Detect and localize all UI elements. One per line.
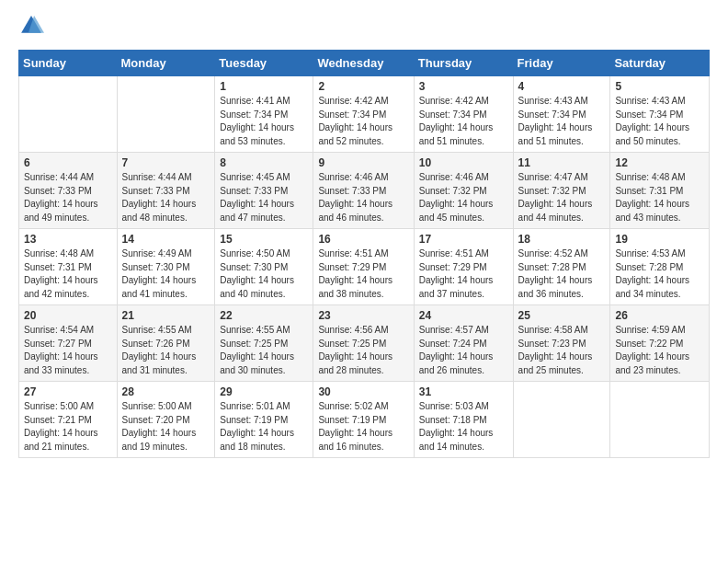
calendar-cell: 1Sunrise: 4:41 AM Sunset: 7:34 PM Daylig… (215, 76, 313, 153)
calendar-week-4: 20Sunrise: 4:54 AM Sunset: 7:27 PM Dayli… (19, 305, 710, 382)
day-number: 20 (24, 309, 112, 322)
calendar-week-5: 27Sunrise: 5:00 AM Sunset: 7:21 PM Dayli… (19, 382, 710, 458)
calendar-cell (610, 382, 710, 458)
calendar-cell: 3Sunrise: 4:42 AM Sunset: 7:34 PM Daylig… (414, 76, 513, 153)
day-info: Sunrise: 4:53 AM Sunset: 7:28 PM Dayligh… (615, 247, 704, 301)
day-info: Sunrise: 5:01 AM Sunset: 7:19 PM Dayligh… (220, 400, 308, 454)
day-number: 4 (518, 80, 606, 93)
weekday-header-friday: Friday (513, 51, 610, 76)
day-number: 24 (419, 309, 508, 322)
day-info: Sunrise: 4:44 AM Sunset: 7:33 PM Dayligh… (122, 171, 210, 224)
calendar-cell: 15Sunrise: 4:50 AM Sunset: 7:30 PM Dayli… (215, 229, 313, 305)
calendar-cell: 12Sunrise: 4:48 AM Sunset: 7:31 PM Dayli… (610, 153, 710, 229)
day-info: Sunrise: 4:49 AM Sunset: 7:30 PM Dayligh… (122, 247, 210, 301)
calendar-cell: 19Sunrise: 4:53 AM Sunset: 7:28 PM Dayli… (610, 229, 710, 305)
weekday-header-row: SundayMondayTuesdayWednesdayThursdayFrid… (19, 51, 710, 76)
day-info: Sunrise: 4:46 AM Sunset: 7:32 PM Dayligh… (419, 171, 508, 224)
calendar-cell: 16Sunrise: 4:51 AM Sunset: 7:29 PM Dayli… (313, 229, 414, 305)
day-number: 15 (220, 233, 308, 246)
calendar-cell (513, 382, 610, 458)
calendar-cell: 11Sunrise: 4:47 AM Sunset: 7:32 PM Dayli… (513, 153, 610, 229)
day-number: 28 (122, 385, 210, 398)
calendar-cell: 4Sunrise: 4:43 AM Sunset: 7:34 PM Daylig… (513, 76, 610, 153)
day-number: 7 (122, 156, 210, 169)
day-info: Sunrise: 4:51 AM Sunset: 7:29 PM Dayligh… (419, 247, 508, 301)
day-number: 16 (318, 233, 408, 246)
day-info: Sunrise: 4:51 AM Sunset: 7:29 PM Dayligh… (318, 247, 408, 301)
day-info: Sunrise: 4:58 AM Sunset: 7:23 PM Dayligh… (518, 324, 606, 377)
calendar-week-2: 6Sunrise: 4:44 AM Sunset: 7:33 PM Daylig… (19, 153, 710, 229)
calendar-cell: 27Sunrise: 5:00 AM Sunset: 7:21 PM Dayli… (19, 382, 118, 458)
calendar-cell: 8Sunrise: 4:45 AM Sunset: 7:33 PM Daylig… (215, 153, 313, 229)
day-number: 19 (615, 233, 704, 246)
logo (18, 15, 48, 40)
day-info: Sunrise: 5:02 AM Sunset: 7:19 PM Dayligh… (318, 400, 408, 454)
calendar-cell: 17Sunrise: 4:51 AM Sunset: 7:29 PM Dayli… (414, 229, 513, 305)
calendar-cell: 6Sunrise: 4:44 AM Sunset: 7:33 PM Daylig… (19, 153, 118, 229)
day-info: Sunrise: 4:48 AM Sunset: 7:31 PM Dayligh… (24, 247, 112, 301)
day-info: Sunrise: 4:56 AM Sunset: 7:25 PM Dayligh… (318, 324, 408, 377)
calendar-cell: 10Sunrise: 4:46 AM Sunset: 7:32 PM Dayli… (414, 153, 513, 229)
day-number: 14 (122, 233, 210, 246)
day-info: Sunrise: 4:43 AM Sunset: 7:34 PM Dayligh… (615, 95, 704, 148)
day-number: 22 (220, 309, 308, 322)
day-number: 12 (615, 156, 704, 169)
day-info: Sunrise: 4:46 AM Sunset: 7:33 PM Dayligh… (318, 171, 408, 224)
calendar-cell: 28Sunrise: 5:00 AM Sunset: 7:20 PM Dayli… (117, 382, 215, 458)
day-info: Sunrise: 4:59 AM Sunset: 7:22 PM Dayligh… (615, 324, 704, 377)
day-number: 21 (122, 309, 210, 322)
calendar-cell: 24Sunrise: 4:57 AM Sunset: 7:24 PM Dayli… (414, 305, 513, 382)
calendar-cell (19, 76, 118, 153)
day-info: Sunrise: 4:42 AM Sunset: 7:34 PM Dayligh… (419, 95, 508, 148)
day-info: Sunrise: 4:57 AM Sunset: 7:24 PM Dayligh… (419, 324, 508, 377)
day-info: Sunrise: 4:44 AM Sunset: 7:33 PM Dayligh… (24, 171, 112, 224)
calendar-cell: 20Sunrise: 4:54 AM Sunset: 7:27 PM Dayli… (19, 305, 118, 382)
day-number: 23 (318, 309, 408, 322)
day-info: Sunrise: 4:43 AM Sunset: 7:34 PM Dayligh… (518, 95, 606, 148)
calendar-cell: 29Sunrise: 5:01 AM Sunset: 7:19 PM Dayli… (215, 382, 313, 458)
day-info: Sunrise: 4:52 AM Sunset: 7:28 PM Dayligh… (518, 247, 606, 301)
calendar-cell: 21Sunrise: 4:55 AM Sunset: 7:26 PM Dayli… (117, 305, 215, 382)
day-number: 8 (220, 156, 308, 169)
day-number: 9 (318, 156, 408, 169)
day-info: Sunrise: 4:55 AM Sunset: 7:25 PM Dayligh… (220, 324, 308, 377)
day-number: 25 (518, 309, 606, 322)
weekday-header-thursday: Thursday (414, 51, 513, 76)
day-info: Sunrise: 4:41 AM Sunset: 7:34 PM Dayligh… (220, 95, 308, 148)
day-number: 11 (518, 156, 606, 169)
calendar-cell: 14Sunrise: 4:49 AM Sunset: 7:30 PM Dayli… (117, 229, 215, 305)
calendar-cell: 2Sunrise: 4:42 AM Sunset: 7:34 PM Daylig… (313, 76, 414, 153)
day-number: 10 (419, 156, 508, 169)
logo-icon (18, 13, 44, 39)
day-info: Sunrise: 4:42 AM Sunset: 7:34 PM Dayligh… (318, 95, 408, 148)
day-info: Sunrise: 5:03 AM Sunset: 7:18 PM Dayligh… (419, 400, 508, 454)
day-info: Sunrise: 4:45 AM Sunset: 7:33 PM Dayligh… (220, 171, 308, 224)
day-number: 3 (419, 80, 508, 93)
calendar-cell: 9Sunrise: 4:46 AM Sunset: 7:33 PM Daylig… (313, 153, 414, 229)
page: SundayMondayTuesdayWednesdayThursdayFrid… (0, 0, 728, 563)
calendar-cell: 5Sunrise: 4:43 AM Sunset: 7:34 PM Daylig… (610, 76, 710, 153)
day-info: Sunrise: 4:50 AM Sunset: 7:30 PM Dayligh… (220, 247, 308, 301)
weekday-header-saturday: Saturday (610, 51, 710, 76)
day-info: Sunrise: 5:00 AM Sunset: 7:20 PM Dayligh… (122, 400, 210, 454)
calendar-cell: 7Sunrise: 4:44 AM Sunset: 7:33 PM Daylig… (117, 153, 215, 229)
day-info: Sunrise: 4:55 AM Sunset: 7:26 PM Dayligh… (122, 324, 210, 377)
day-number: 31 (419, 385, 508, 398)
day-info: Sunrise: 4:47 AM Sunset: 7:32 PM Dayligh… (518, 171, 606, 224)
day-number: 26 (615, 309, 704, 322)
calendar-table: SundayMondayTuesdayWednesdayThursdayFrid… (18, 50, 710, 458)
calendar-week-3: 13Sunrise: 4:48 AM Sunset: 7:31 PM Dayli… (19, 229, 710, 305)
calendar-cell: 22Sunrise: 4:55 AM Sunset: 7:25 PM Dayli… (215, 305, 313, 382)
day-number: 6 (24, 156, 112, 169)
day-number: 13 (24, 233, 112, 246)
calendar-cell (117, 76, 215, 153)
calendar-cell: 31Sunrise: 5:03 AM Sunset: 7:18 PM Dayli… (414, 382, 513, 458)
day-number: 18 (518, 233, 606, 246)
day-number: 29 (220, 385, 308, 398)
calendar-cell: 13Sunrise: 4:48 AM Sunset: 7:31 PM Dayli… (19, 229, 118, 305)
day-number: 17 (419, 233, 508, 246)
calendar-cell: 30Sunrise: 5:02 AM Sunset: 7:19 PM Dayli… (313, 382, 414, 458)
day-number: 2 (318, 80, 408, 93)
calendar-cell: 23Sunrise: 4:56 AM Sunset: 7:25 PM Dayli… (313, 305, 414, 382)
header (18, 15, 710, 40)
